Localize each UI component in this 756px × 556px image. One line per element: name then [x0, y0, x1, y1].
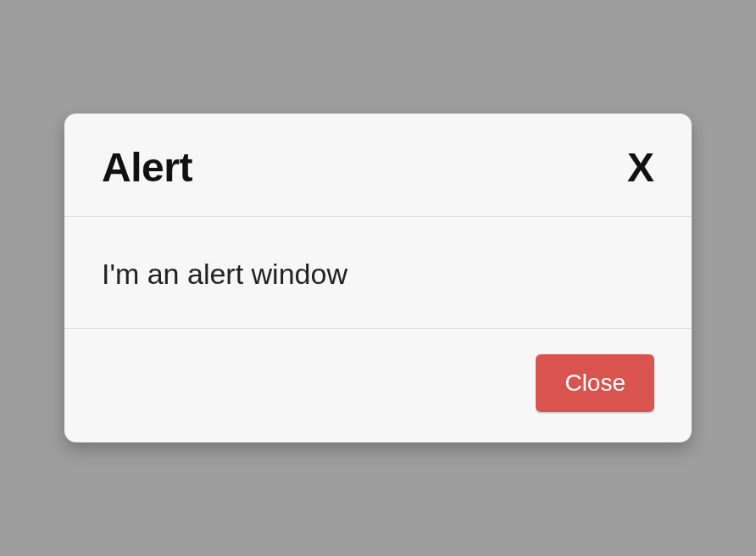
alert-dialog: Alert X I'm an alert window Close — [64, 114, 692, 442]
dialog-body: I'm an alert window — [64, 217, 692, 329]
dialog-footer: Close — [64, 329, 692, 442]
close-button[interactable]: Close — [536, 354, 654, 412]
dialog-title: Alert — [102, 144, 192, 191]
dialog-header: Alert X — [64, 114, 692, 217]
dialog-message: I'm an alert window — [102, 258, 654, 291]
close-icon[interactable]: X — [627, 147, 654, 188]
